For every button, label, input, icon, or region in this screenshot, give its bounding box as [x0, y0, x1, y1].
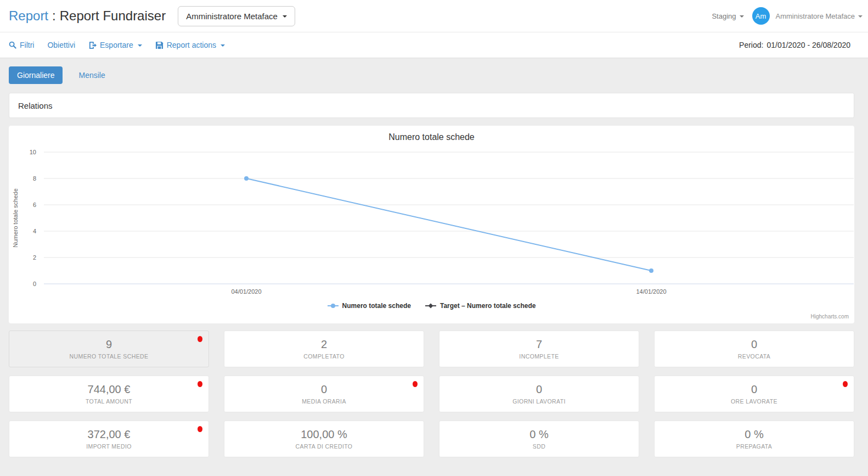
- chart-canvas: Numero totale schedeNumero totale schede…: [9, 126, 854, 323]
- stat-card-label: ORE LAVORATE: [731, 399, 777, 405]
- header-right: Staging Am Amministratore Metaface: [712, 7, 863, 25]
- y-tick-label: 0: [33, 281, 36, 287]
- legend-item-numero-totale-schede[interactable]: Numero totale schede: [328, 302, 411, 310]
- user-menu[interactable]: Amministratore Metaface: [776, 12, 863, 20]
- filters-button[interactable]: Filtri: [9, 41, 34, 49]
- chart-legend: Numero totale schedeTarget – Numero tota…: [9, 302, 854, 310]
- export-button[interactable]: Esportare: [88, 41, 142, 49]
- filters-label: Filtri: [20, 41, 34, 49]
- export-label: Esportare: [100, 41, 133, 49]
- stat-card-label: GIORNI LAVORATI: [512, 399, 566, 405]
- series-line: [246, 178, 651, 271]
- report-actions-label: Report actions: [167, 41, 216, 49]
- stat-card-giorni-lavorati[interactable]: 0GIORNI LAVORATI: [439, 376, 639, 412]
- y-axis-title: Numero totale schede: [12, 188, 19, 248]
- stat-card-label: INCOMPLETE: [519, 354, 559, 360]
- save-icon: [155, 41, 164, 49]
- stat-card-value: 9: [106, 339, 112, 350]
- relations-title: Relations: [18, 101, 53, 110]
- stat-card-value: 0 %: [745, 429, 763, 440]
- legend-label: Numero totale schede: [342, 302, 411, 310]
- stat-card-value: 0: [751, 384, 757, 395]
- stat-card-value: 372,00 €: [88, 429, 131, 440]
- circle-marker-icon: [328, 303, 339, 309]
- report-period: Period:01/01/2020 - 26/08/2020: [739, 41, 850, 49]
- user-avatar[interactable]: Am: [752, 7, 770, 25]
- y-tick-label: 4: [33, 228, 36, 234]
- alert-dot-icon: [198, 336, 202, 342]
- stat-card-total-amount[interactable]: 744,00 €TOTAL AMOUNT: [9, 376, 209, 412]
- line-chart-panel: Numero totale schedeNumero totale schede…: [9, 126, 854, 323]
- report-toolbar: Filtri Obiettivi Esportare Report action…: [0, 32, 868, 58]
- objectives-button[interactable]: Obiettivi: [47, 41, 75, 49]
- app-header: Report : Report Fundraiser Amministrator…: [0, 0, 868, 32]
- stat-card-label: SDD: [533, 444, 545, 450]
- stat-card-value: 7: [536, 339, 542, 350]
- caret-down-icon: [858, 15, 863, 18]
- stat-card-value: 2: [321, 339, 327, 350]
- y-tick-label: 6: [33, 201, 36, 208]
- period-label: Period:: [739, 41, 763, 49]
- tab-giornaliere[interactable]: Giornaliere: [9, 66, 63, 84]
- objectives-label: Obiettivi: [47, 41, 75, 49]
- x-tick-label: 14/01/2020: [636, 288, 666, 295]
- stat-card-label: TOTAL AMOUNT: [86, 399, 132, 405]
- alert-dot-icon: [198, 426, 202, 432]
- stat-cards-grid: 9NUMERO TOTALE SCHEDE2COMPLETATO7INCOMPL…: [9, 331, 854, 457]
- report-content: GiornaliereMensile Relations Numero tota…: [0, 58, 868, 457]
- stat-card-incomplete[interactable]: 7INCOMPLETE: [439, 331, 639, 367]
- alert-dot-icon: [198, 381, 202, 387]
- page-title: Report : Report Fundraiser: [9, 8, 166, 24]
- stat-card-completato[interactable]: 2COMPLETATO: [224, 331, 424, 367]
- title-separator: :: [52, 8, 56, 24]
- stat-card-import-medio[interactable]: 372,00 €IMPORT MEDIO: [9, 421, 209, 457]
- caret-down-icon: [138, 44, 142, 47]
- search-icon: [9, 41, 16, 49]
- stat-card-prepagata[interactable]: 0 %PREPAGATA: [654, 421, 854, 457]
- environment-dropdown[interactable]: Staging: [712, 12, 743, 20]
- y-tick-label: 8: [33, 175, 36, 182]
- stat-card-value: 100,00 %: [301, 429, 347, 440]
- highcharts-credits: Highcharts.com: [811, 313, 849, 320]
- stat-card-value: 0: [751, 339, 757, 350]
- stat-card-label: MEDIA ORARIA: [302, 399, 346, 405]
- y-tick-label: 2: [33, 254, 36, 261]
- alert-dot-icon: [843, 381, 848, 387]
- diamond-marker-icon: [425, 303, 436, 309]
- stat-card-numero-totale-schede[interactable]: 9NUMERO TOTALE SCHEDE: [9, 331, 209, 367]
- relations-section-header: Relations: [9, 93, 854, 118]
- stat-card-label: CARTA DI CREDITO: [296, 444, 353, 450]
- stat-card-label: IMPORT MEDIO: [86, 444, 132, 450]
- stat-card-ore-lavorate[interactable]: 0ORE LAVORATE: [654, 376, 854, 412]
- report-breadcrumb-link[interactable]: Report: [9, 8, 48, 24]
- stat-card-media-oraria[interactable]: 0MEDIA ORARIA: [224, 376, 424, 412]
- caret-down-icon: [283, 15, 287, 18]
- report-name: Report Fundraiser: [60, 8, 166, 24]
- environment-label: Staging: [712, 12, 736, 20]
- stat-card-revocata[interactable]: 0REVOCATA: [654, 331, 854, 367]
- caret-down-icon: [740, 15, 744, 18]
- period-value: 01/01/2020 - 26/08/2020: [766, 41, 850, 49]
- export-icon: [88, 41, 97, 49]
- report-actions-button[interactable]: Report actions: [155, 41, 225, 49]
- alert-dot-icon: [413, 381, 418, 387]
- stat-card-carta-di-credito[interactable]: 100,00 %CARTA DI CREDITO: [224, 421, 424, 457]
- data-point-marker: [244, 176, 249, 181]
- stat-card-value: 0: [536, 384, 542, 395]
- legend-item-target-numero-totale-schede[interactable]: Target – Numero totale schede: [425, 302, 536, 310]
- fundraiser-selector-dropdown[interactable]: Amministratore Metaface: [178, 6, 295, 26]
- stat-card-label: REVOCATA: [738, 354, 770, 360]
- tab-mensile[interactable]: Mensile: [70, 66, 113, 84]
- frequency-tabs: GiornaliereMensile: [9, 66, 854, 84]
- data-point-marker: [649, 268, 653, 273]
- caret-down-icon: [221, 44, 225, 47]
- x-tick-label: 04/01/2020: [231, 288, 261, 295]
- y-tick-label: 10: [30, 149, 36, 155]
- legend-label: Target – Numero totale schede: [440, 302, 536, 310]
- stat-card-sdd[interactable]: 0 %SDD: [439, 421, 639, 457]
- stat-card-label: NUMERO TOTALE SCHEDE: [70, 354, 149, 360]
- stat-card-value: 744,00 €: [88, 384, 131, 395]
- stat-card-label: COMPLETATO: [303, 354, 345, 360]
- chart-title: Numero totale schede: [388, 132, 475, 142]
- fundraiser-selector-label: Amministratore Metaface: [186, 12, 278, 21]
